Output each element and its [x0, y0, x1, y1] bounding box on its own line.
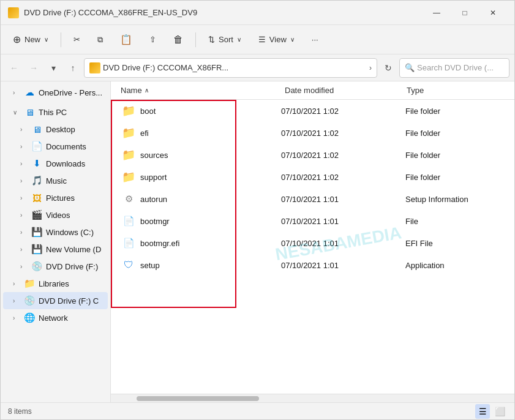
view-button[interactable]: ☰ View ∨: [251, 29, 302, 51]
scroll-thumb[interactable]: [137, 396, 259, 401]
copy-button[interactable]: ⧉: [90, 29, 110, 51]
minimize-button[interactable]: —: [423, 3, 451, 23]
address-bar[interactable]: DVD Drive (F:) CCCOMA_X86FR... ›: [84, 58, 377, 78]
table-row[interactable]: 🛡 setup 07/10/2021 1:01 Application: [111, 254, 514, 276]
sidebar-label-network: Network: [39, 313, 68, 323]
sidebar-item-documents[interactable]: › 📄 Documents: [3, 138, 108, 155]
file-date: 07/10/2021 1:02: [281, 107, 400, 116]
table-row[interactable]: 📁 sources 07/10/2021 1:02 File folder: [111, 144, 514, 166]
window-title: DVD Drive (F:) CCCOMA_X86FRE_EN-US_DV9: [24, 8, 418, 17]
sort-icon: ⇅: [208, 35, 215, 44]
music-icon: 🎵: [31, 175, 42, 186]
file-type: File folder: [405, 151, 503, 160]
file-type: File folder: [405, 129, 503, 138]
table-row[interactable]: ⚙ autorun 07/10/2021 1:01 Setup Informat…: [111, 188, 514, 210]
sidebar-label-thispc: This PC: [39, 108, 67, 117]
delete-button[interactable]: 🗑: [166, 29, 190, 51]
sidebar-item-videos[interactable]: › 🎬 Videos: [3, 206, 108, 223]
dvd-active-chevron-icon: ›: [13, 298, 20, 304]
sidebar-label-onedrive: OneDrive - Pers...: [39, 88, 102, 97]
file-name-cell: 📁 boot: [122, 104, 276, 118]
table-row[interactable]: 📁 boot 07/10/2021 1:02 File folder: [111, 100, 514, 122]
horizontal-scrollbar[interactable]: [111, 394, 514, 402]
sidebar-item-desktop[interactable]: › 🖥 Desktop: [3, 121, 108, 138]
content-area: NESABAMEDIA Name ∧ Date modified Type: [111, 81, 514, 402]
network-chevron-icon: ›: [13, 315, 20, 321]
table-row[interactable]: 📁 support 07/10/2021 1:02 File folder: [111, 166, 514, 188]
close-button[interactable]: ✕: [479, 3, 507, 23]
sidebar-item-pictures[interactable]: › 🖼 Pictures: [3, 189, 108, 206]
new-button[interactable]: ⊕ New ∨: [6, 29, 56, 51]
table-row[interactable]: 📄 bootmgr.efi 07/10/2021 1:01 EFI File: [111, 232, 514, 254]
file-name-cell: 🛡 setup: [122, 260, 276, 271]
windows-c-icon: 💾: [31, 227, 42, 238]
sidebar-item-onedrive[interactable]: › ☁ OneDrive - Pers...: [3, 84, 108, 101]
file-type: File folder: [405, 107, 503, 116]
large-icons-button[interactable]: ⬜: [492, 404, 507, 419]
new-chevron-icon: ∨: [44, 36, 48, 43]
file-name-cell: 📁 support: [122, 170, 276, 184]
sidebar-item-dvd-active[interactable]: › 💿 DVD Drive (F:) C: [3, 292, 108, 309]
type-column-header: Type: [407, 86, 505, 95]
address-expand-icon: ›: [369, 64, 372, 72]
file-name: support: [140, 173, 167, 182]
file-date: 07/10/2021 1:02: [281, 129, 400, 138]
videos-icon: 🎬: [31, 209, 42, 220]
file-name: sources: [140, 151, 168, 160]
sidebar-item-dvd-drive[interactable]: › 💿 DVD Drive (F:): [3, 258, 108, 275]
new-icon: ⊕: [13, 34, 21, 45]
sidebar-item-thispc[interactable]: ∨ 🖥 This PC: [3, 103, 108, 121]
status-bar: 8 items ☰ ⬜: [1, 402, 514, 419]
nav-bar: ← → ▾ ↑ DVD Drive (F:) CCCOMA_X86FR... ›…: [1, 54, 514, 81]
sidebar-label-pictures: Pictures: [46, 193, 75, 203]
onedrive-chevron-icon: ›: [13, 89, 20, 96]
cut-button[interactable]: ✂: [66, 29, 88, 51]
recent-locations-button[interactable]: ▾: [45, 59, 62, 77]
sidebar-label-dvd-active: DVD Drive (F:) C: [39, 296, 99, 306]
dvd-drive-chevron-icon: ›: [20, 263, 28, 270]
sidebar-item-music[interactable]: › 🎵 Music: [3, 172, 108, 189]
file-date: 07/10/2021 1:01: [281, 217, 400, 226]
table-row[interactable]: 📁 efi 07/10/2021 1:02 File folder: [111, 122, 514, 144]
maximize-button[interactable]: □: [451, 3, 479, 23]
delete-icon: 🗑: [173, 34, 183, 45]
view-label: View: [269, 35, 287, 44]
search-placeholder: Search DVD Drive (...: [417, 63, 494, 72]
search-bar[interactable]: 🔍 Search DVD Drive (...: [399, 58, 509, 78]
table-row[interactable]: 📄 bootmgr 07/10/2021 1:01 File: [111, 210, 514, 232]
file-type: Application: [405, 261, 503, 270]
sidebar-item-windows-c[interactable]: › 💾 Windows (C:): [3, 223, 108, 241]
up-button[interactable]: ↑: [64, 59, 81, 77]
file-name: setup: [140, 261, 160, 270]
thispc-icon: 🖥: [24, 107, 35, 118]
sidebar-item-libraries[interactable]: › 📁 Libraries: [3, 275, 108, 292]
share-button[interactable]: ⇧: [142, 29, 164, 51]
file-name-cell: ⚙ autorun: [122, 193, 276, 204]
paste-button[interactable]: 📋: [113, 29, 140, 51]
window-controls: — □ ✕: [423, 3, 507, 23]
more-button[interactable]: ···: [304, 29, 326, 51]
sort-button[interactable]: ⇅ Sort ∨: [201, 29, 249, 51]
name-column-header[interactable]: Name ∧: [121, 86, 280, 95]
file-type: File folder: [405, 173, 503, 182]
forward-button[interactable]: →: [25, 59, 42, 77]
back-button[interactable]: ←: [6, 59, 23, 77]
sidebar-item-downloads[interactable]: › ⬇ Downloads: [3, 155, 108, 172]
list-view-button[interactable]: ☰: [475, 404, 490, 419]
window-icon: [8, 7, 19, 18]
sidebar-item-new-volume[interactable]: › 💾 New Volume (D: [3, 241, 108, 258]
file-date: 07/10/2021 1:01: [281, 195, 400, 204]
file-date: 07/10/2021 1:02: [281, 151, 400, 160]
refresh-button[interactable]: ↻: [380, 59, 397, 77]
date-column-label: Date modified: [285, 86, 334, 95]
thispc-chevron-icon: ∨: [13, 109, 20, 116]
separator-2: [195, 32, 196, 47]
sidebar-item-network[interactable]: › 🌐 Network: [3, 309, 108, 326]
file-name: boot: [140, 107, 156, 116]
new-label: New: [24, 35, 40, 44]
sidebar-label-downloads: Downloads: [46, 159, 85, 168]
paste-icon: 📋: [120, 34, 132, 45]
view-toggle-icons: ☰ ⬜: [475, 404, 507, 419]
folder-icon: 📁: [122, 170, 135, 184]
sidebar-label-windows-c: Windows (C:): [46, 228, 94, 237]
